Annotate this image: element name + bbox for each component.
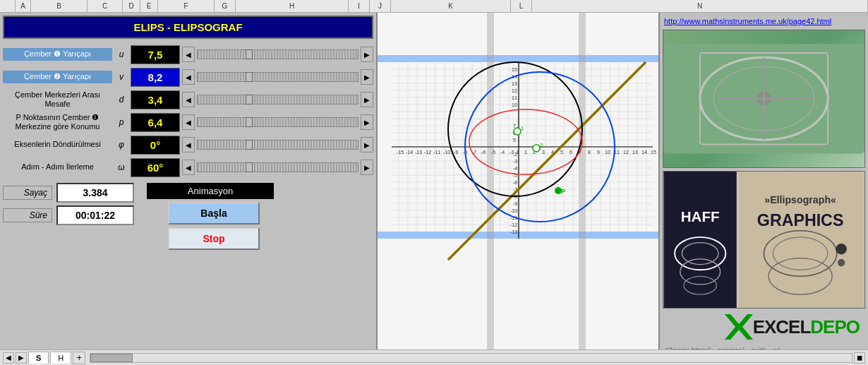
col-j: J [370, 0, 391, 12]
param-value-0: 7,5 [131, 45, 180, 64]
image-device [663, 30, 865, 168]
col-l: L [511, 0, 532, 12]
slider-btn-right-4[interactable]: ▶ [361, 137, 373, 152]
col-k: K [391, 0, 511, 12]
bottom-controls: Sayaç 3.384 Süre 00:01:22 Animasyon Başl… [3, 183, 373, 250]
param-row-1: Çember ❷ Yarıçapıv8,2◀▶ [3, 66, 373, 88]
sheet-tab-h[interactable]: H [50, 352, 71, 364]
exceldero-logo: EXCEL DEPO [725, 314, 860, 340]
tab-scroll-right[interactable]: ▶ [16, 352, 27, 364]
svg-text:10: 10 [512, 102, 517, 107]
slider-btn-right-0[interactable]: ▶ [361, 47, 373, 62]
slider-btn-left-0[interactable]: ◀ [182, 47, 195, 62]
slider-btn-left-5[interactable]: ◀ [182, 160, 195, 175]
slider-area-2: ◀▶ [182, 92, 373, 107]
start-button[interactable]: Başla [168, 202, 260, 225]
param-row-4: Eksenlerin Döndürülmesiφ0°◀▶ [3, 133, 373, 156]
svg-text:-12: -12 [510, 222, 517, 227]
scrollbar-thumb [90, 354, 133, 362]
param-symbol-1: v [114, 72, 128, 82]
slider-thumb-2 [246, 95, 253, 104]
add-sheet-button[interactable]: + [73, 352, 85, 364]
param-symbol-2: d [114, 95, 128, 104]
slider-area-1: ◀▶ [182, 69, 373, 85]
slider-btn-right-1[interactable]: ▶ [361, 69, 373, 85]
counter-row: Sayaç 3.384 [3, 183, 134, 203]
col-b: B [31, 0, 88, 12]
svg-text:6: 6 [569, 150, 572, 155]
svg-text:-14: -14 [406, 150, 413, 155]
graph-area: -15 -14 -13 -12 -11 -10 -9 -8 -7 -6 -5 -… [378, 13, 660, 365]
zoom-control[interactable]: ◼ [854, 352, 865, 364]
svg-text:-9: -9 [454, 150, 458, 155]
svg-text:-15: -15 [397, 150, 404, 155]
svg-text:12: 12 [623, 150, 629, 155]
col-a: A [16, 0, 31, 12]
slider-track-4[interactable] [197, 140, 358, 150]
svg-text:-11: -11 [433, 150, 440, 155]
svg-text:-10: -10 [443, 150, 450, 155]
slider-track-1[interactable] [197, 72, 358, 82]
param-label-4: Eksenlerin Döndürülmesi [3, 138, 112, 150]
svg-rect-121 [738, 172, 864, 309]
slider-btn-right-2[interactable]: ▶ [361, 92, 373, 107]
slider-btn-right-3[interactable]: ▶ [361, 114, 373, 130]
slider-track-3[interactable] [197, 117, 358, 127]
svg-text:»Ellipsograph«: »Ellipsograph« [764, 194, 836, 205]
slider-track-0[interactable] [197, 49, 358, 59]
counter-label: Sayaç [3, 186, 52, 200]
slider-btn-right-5[interactable]: ▶ [361, 160, 373, 175]
bottom-bar: ◀ ▶ S H + ◼ [0, 349, 868, 365]
anim-section: Animasyon Başla Stop [147, 183, 281, 250]
point-1 [514, 128, 521, 135]
point-2 [533, 145, 540, 152]
param-value-5: 60° [131, 158, 180, 177]
sheet-tab-s[interactable]: S [28, 352, 49, 364]
col-c: C [88, 0, 123, 12]
slider-thumb-0 [246, 49, 253, 59]
horizontal-scrollbar[interactable] [90, 353, 852, 363]
svg-text:8: 8 [588, 150, 591, 155]
slider-thumb-4 [246, 140, 253, 150]
depo-text: DEPO [810, 316, 860, 338]
image-book: HAFF »Ellipsograph« GRAPHICS [663, 171, 865, 309]
svg-text:-9: -9 [513, 201, 517, 206]
slider-thumb-1 [246, 72, 253, 82]
slider-track-5[interactable] [197, 162, 358, 172]
time-row: Süre 00:01:22 [3, 205, 134, 225]
slider-btn-left-1[interactable]: ◀ [182, 69, 195, 85]
col-i: I [349, 0, 370, 12]
svg-text:-4: -4 [500, 150, 505, 155]
slider-btn-left-4[interactable]: ◀ [182, 137, 195, 152]
slider-btn-left-3[interactable]: ◀ [182, 114, 195, 130]
stop-button[interactable]: Stop [168, 227, 260, 250]
slider-btn-left-2[interactable]: ◀ [182, 92, 195, 107]
col-d: D [123, 0, 140, 12]
svg-text:-5: -5 [491, 150, 495, 155]
tab-scroll-left[interactable]: ◀ [3, 352, 14, 364]
svg-text:3: 3 [542, 150, 545, 155]
param-rows: Çember ❶ Yarıçapıu7,5◀▶Çember ❷ Yarıçapı… [3, 43, 373, 179]
svg-text:15: 15 [512, 67, 517, 72]
svg-text:14: 14 [641, 150, 647, 155]
col-h: H [236, 0, 349, 12]
counter-value: 3.384 [56, 183, 134, 203]
param-label-3: P Noktasının Çember ❶Merkezine göre Konu… [3, 112, 112, 133]
param-label-2: Çember Merkezleri ArasıMesafe [3, 89, 112, 110]
slider-thumb-5 [246, 162, 253, 172]
book-svg: HAFF »Ellipsograph« GRAPHICS [663, 172, 864, 309]
svg-marker-129 [725, 314, 753, 340]
slider-track-2[interactable] [197, 95, 358, 104]
h-guide-top [378, 55, 660, 62]
param-row-2: Çember Merkezleri ArasıMesafed3,4◀▶ [3, 88, 373, 111]
svg-text:-13: -13 [415, 150, 422, 155]
param-value-1: 8,2 [131, 68, 180, 87]
external-link[interactable]: http://www.mathsinstruments.me.uk/page42… [663, 16, 865, 27]
device-svg [663, 30, 864, 167]
spreadsheet: A B C D E F G H I J K L N ELIPS - ELIPSO… [0, 0, 868, 365]
right-panel: http://www.mathsinstruments.me.uk/page42… [660, 13, 868, 365]
svg-text:-6: -6 [481, 150, 486, 155]
time-value: 00:01:22 [56, 205, 134, 225]
svg-point-127 [836, 243, 846, 253]
svg-text:-4: -4 [513, 166, 517, 171]
